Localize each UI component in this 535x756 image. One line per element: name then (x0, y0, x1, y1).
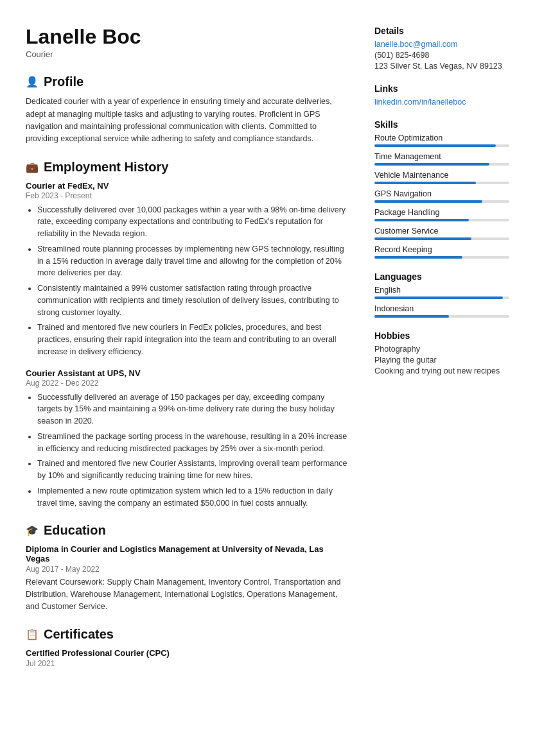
profile-section-header: 👤 Profile (26, 74, 349, 89)
certificates-icon: 📋 (26, 628, 39, 640)
employment-section-header: 💼 Employment History (26, 160, 349, 175)
skill-3: GPS Navigation (374, 189, 509, 203)
edu-dates-0: Aug 2017 - May 2022 (26, 565, 349, 574)
lang-bar-fill-0 (374, 296, 503, 299)
skill-bar-fill-6 (374, 256, 462, 259)
hobby-1: Playing the guitar (374, 356, 509, 365)
links-section: Links linkedin.com/in/lanelleboc (374, 83, 509, 107)
detail-phone: (501) 825-4698 (374, 51, 509, 60)
skill-name-0: Route Optimization (374, 133, 509, 142)
employment-section-title: Employment History (44, 160, 168, 175)
skill-0: Route Optimization (374, 133, 509, 147)
skill-bar-fill-4 (374, 219, 469, 221)
bullet-0-1: Streamlined route planning processes by … (37, 243, 349, 279)
job-title: Courier (26, 49, 349, 59)
skill-name-5: Customer Service (374, 227, 509, 236)
skill-bar-bg-6 (374, 256, 509, 259)
skill-4: Package Handling (374, 208, 509, 221)
job-bullets-1: Successfully delivered an average of 150… (26, 391, 349, 510)
lang-1: Indonesian (374, 304, 509, 318)
hobbies-title: Hobbies (374, 331, 509, 341)
edu-entry-0: Diploma in Courier and Logistics Managem… (26, 544, 349, 612)
education-section-title: Education (44, 523, 106, 538)
skill-bar-fill-1 (374, 163, 489, 166)
skill-bar-bg-4 (374, 219, 509, 221)
cert-title-0: Certified Professional Courier (CPC) (26, 648, 349, 658)
skill-name-6: Record Keeping (374, 245, 509, 254)
skill-bar-bg-3 (374, 200, 509, 203)
bullet-1-3: Implemented a new route optimization sys… (37, 485, 349, 510)
skill-bar-bg-1 (374, 163, 509, 166)
skill-name-2: Vehicle Maintenance (374, 171, 509, 180)
job-title-0: Courier at FedEx, NV (26, 181, 349, 191)
cert-entry-0: Certified Professional Courier (CPC) Jul… (26, 648, 349, 668)
job-entry-0: Courier at FedEx, NV Feb 2023 - Present … (26, 181, 349, 358)
edu-text-0: Relevant Coursework: Supply Chain Manage… (26, 576, 349, 612)
lang-bar-fill-1 (374, 315, 449, 318)
left-column: Lanelle Boc Courier 👤 Profile Dedicated … (26, 26, 349, 678)
certificates-section-header: 📋 Certificates (26, 627, 349, 642)
skill-bar-fill-2 (374, 182, 476, 184)
details-section: Details lanelle.boc@gmail.com (501) 825-… (374, 26, 509, 71)
skill-2: Vehicle Maintenance (374, 171, 509, 184)
job-dates-1: Aug 2022 - Dec 2022 (26, 379, 349, 388)
skill-name-3: GPS Navigation (374, 189, 509, 198)
right-column: Details lanelle.boc@gmail.com (501) 825-… (374, 26, 509, 678)
edu-title-0: Diploma in Courier and Logistics Managem… (26, 544, 349, 563)
skill-name-1: Time Management (374, 152, 509, 161)
profile-section-title: Profile (44, 74, 83, 89)
linkedin-link[interactable]: linkedin.com/in/lanelleboc (374, 98, 509, 107)
skill-5: Customer Service (374, 227, 509, 240)
bullet-1-1: Streamlined the package sorting process … (37, 431, 349, 455)
profile-text: Dedicated courier with a year of experie… (26, 96, 349, 146)
skill-bar-bg-5 (374, 237, 509, 240)
hobbies-section: Hobbies Photography Playing the guitar C… (374, 331, 509, 375)
certificates-section-title: Certificates (44, 627, 114, 642)
bullet-0-3: Trained and mentored five new couriers i… (37, 322, 349, 357)
lang-0: English (374, 286, 509, 299)
lang-bar-bg-1 (374, 315, 509, 318)
education-icon: 🎓 (26, 524, 39, 537)
education-section-header: 🎓 Education (26, 523, 349, 538)
job-dates-0: Feb 2023 - Present (26, 191, 349, 200)
skill-6: Record Keeping (374, 245, 509, 259)
languages-section: Languages English Indonesian (374, 271, 509, 318)
job-entry-1: Courier Assistant at UPS, NV Aug 2022 - … (26, 368, 349, 510)
bullet-1-0: Successfully delivered an average of 150… (37, 391, 349, 427)
skill-bar-bg-2 (374, 182, 509, 184)
details-title: Details (374, 26, 509, 36)
languages-title: Languages (374, 271, 509, 282)
skill-bar-fill-5 (374, 237, 471, 240)
lang-name-0: English (374, 286, 509, 295)
skill-bar-bg-0 (374, 144, 509, 147)
bullet-0-2: Consistently maintained a 99% customer s… (37, 282, 349, 318)
hobby-2: Cooking and trying out new recipes (374, 366, 509, 375)
lang-bar-bg-0 (374, 296, 509, 299)
bullet-1-2: Trained and mentored five new Courier As… (37, 458, 349, 482)
hobby-0: Photography (374, 345, 509, 354)
cert-date-0: Jul 2021 (26, 659, 349, 668)
lang-name-1: Indonesian (374, 304, 509, 313)
bullet-0-0: Successfully delivered over 10,000 packa… (37, 204, 349, 240)
job-title-1: Courier Assistant at UPS, NV (26, 368, 349, 378)
job-bullets-0: Successfully delivered over 10,000 packa… (26, 204, 349, 358)
detail-address: 123 Silver St, Las Vegas, NV 89123 (374, 62, 509, 71)
name: Lanelle Boc (26, 26, 349, 48)
skills-title: Skills (374, 119, 509, 130)
links-title: Links (374, 83, 509, 94)
profile-icon: 👤 (26, 76, 39, 88)
skill-bar-fill-0 (374, 144, 496, 147)
employment-icon: 💼 (26, 161, 39, 173)
skill-name-4: Package Handling (374, 208, 509, 217)
detail-email: lanelle.boc@gmail.com (374, 40, 509, 49)
skill-1: Time Management (374, 152, 509, 166)
skills-section: Skills Route Optimization Time Managemen… (374, 119, 509, 259)
skill-bar-fill-3 (374, 200, 482, 203)
